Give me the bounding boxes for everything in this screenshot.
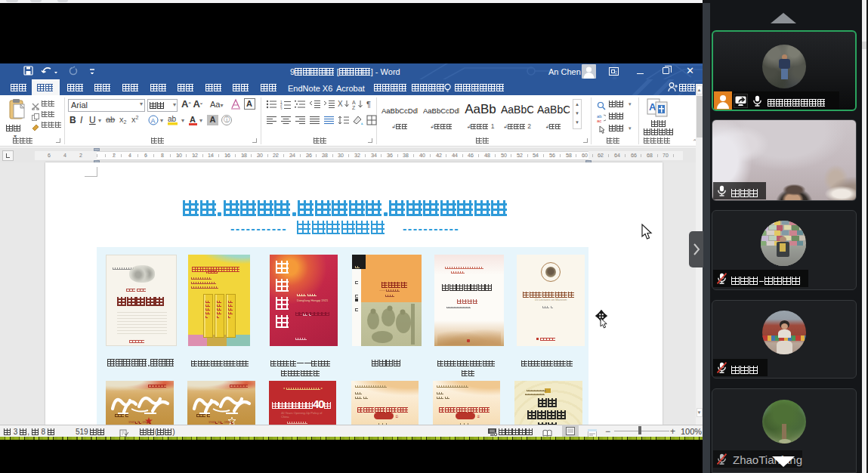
svg-text:ac: ac <box>597 119 601 122</box>
svg-text:A: A <box>151 117 156 125</box>
svg-text:¶: ¶ <box>366 100 371 109</box>
svg-text:Z: Z <box>352 105 356 110</box>
svg-text:X: X <box>338 100 343 108</box>
svg-text:ab: ab <box>168 115 177 123</box>
svg-text:A: A <box>190 115 196 124</box>
svg-text:A: A <box>352 100 356 105</box>
svg-text:3: 3 <box>280 107 283 110</box>
